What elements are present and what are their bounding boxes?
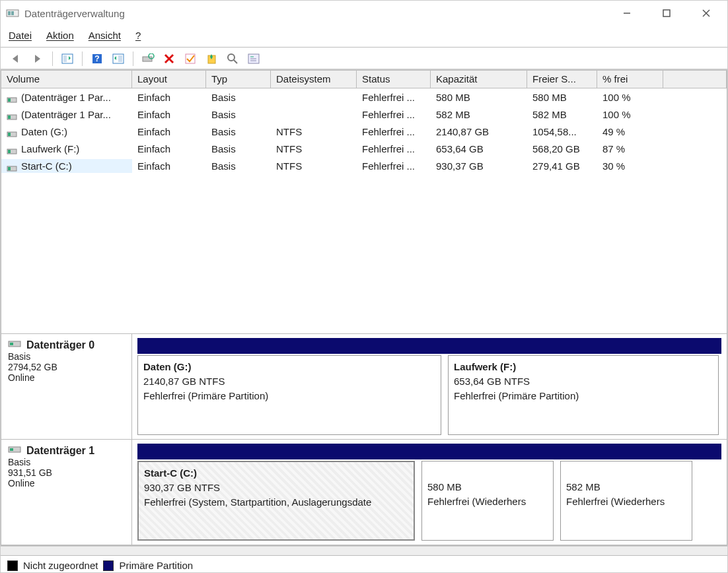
svg-marker-8: [35, 55, 40, 63]
volume-icon: [7, 163, 18, 171]
partition-box[interactable]: Start-C (C:)930,37 GB NTFSFehlerfrei (Sy…: [137, 461, 415, 541]
volume-type: Basis: [206, 142, 271, 156]
disk-title: Datenträger 0: [26, 339, 94, 351]
disk-info-panel[interactable]: Datenträger 0Basis2794,52 GBOnline: [1, 334, 132, 439]
col-filesystem[interactable]: Dateisystem: [271, 71, 357, 88]
volume-status: Fehlerfrei ...: [357, 125, 431, 139]
close-button[interactable]: [696, 5, 717, 21]
volume-status: Fehlerfrei ...: [357, 90, 431, 104]
menu-help[interactable]: ?: [135, 30, 141, 41]
svg-line-25: [234, 60, 237, 63]
partition-boxes: Daten (G:)2140,87 GB NTFSFehlerfrei (Pri…: [137, 355, 721, 435]
partition-box[interactable]: 580 MBFehlerfrei (Wiederhers: [421, 461, 554, 541]
menu-action[interactable]: Aktion: [46, 30, 74, 41]
volume-pctfree: 87 %: [597, 142, 663, 156]
volume-pctfree: 30 %: [597, 159, 663, 173]
volume-row[interactable]: Daten (G:)EinfachBasisNTFSFehlerfrei ...…: [1, 123, 727, 140]
disk-partition-area: Daten (G:)2140,87 GB NTFSFehlerfrei (Pri…: [132, 334, 727, 439]
partition-status: Fehlerfrei (Primäre Partition): [454, 389, 713, 403]
properties-button[interactable]: [244, 50, 263, 67]
app-icon: [6, 7, 19, 19]
menu-view[interactable]: Ansicht: [89, 30, 121, 41]
volume-icon: [7, 94, 18, 102]
legend: Nicht zugeordnet Primäre Partition: [1, 555, 727, 573]
col-layout[interactable]: Layout: [132, 71, 206, 88]
volume-name: Daten (G:): [21, 126, 67, 137]
delete-button[interactable]: [160, 50, 178, 67]
col-type[interactable]: Typ: [206, 71, 271, 88]
refresh-button[interactable]: [139, 50, 157, 67]
maximize-button[interactable]: [656, 5, 677, 21]
partition-box[interactable]: Laufwerk (F:)653,64 GB NTFSFehlerfrei (P…: [448, 355, 719, 435]
col-volume[interactable]: Volume: [1, 71, 132, 88]
volume-row[interactable]: (Datenträger 1 Par...EinfachBasisFehlerf…: [1, 88, 727, 106]
volume-pctfree: 100 %: [597, 108, 663, 121]
volume-name: Start-C (C:): [21, 160, 72, 172]
disk-info-panel[interactable]: Datenträger 1Basis931,51 GBOnline: [1, 440, 132, 545]
minimize-button[interactable]: [616, 5, 637, 21]
col-capacity[interactable]: Kapazität: [431, 71, 527, 88]
partition-box[interactable]: Daten (G:)2140,87 GB NTFSFehlerfrei (Pri…: [137, 355, 441, 435]
help-button[interactable]: ?: [88, 50, 106, 67]
partition-boxes: Start-C (C:)930,37 GB NTFSFehlerfrei (Sy…: [137, 461, 721, 541]
partition-status: Fehlerfrei (System, Startpartition, Ausl…: [144, 495, 408, 510]
volume-row[interactable]: (Datenträger 1 Par...EinfachBasisFehlerf…: [1, 106, 727, 123]
svg-text:?: ?: [94, 54, 99, 63]
legend-unallocated-label: Nicht zugeordnet: [23, 560, 98, 571]
volume-capacity: 653,64 GB: [431, 142, 527, 156]
col-status[interactable]: Status: [357, 71, 431, 88]
show-list-button[interactable]: [109, 50, 127, 67]
svg-point-24: [228, 54, 235, 61]
volume-fs: NTFS: [271, 159, 357, 173]
disk-size: 2794,52 GB: [8, 362, 125, 372]
partition-status: Fehlerfrei (Wiederhers: [566, 494, 686, 509]
new-button[interactable]: [202, 50, 221, 67]
volume-row[interactable]: Laufwerk (F:)EinfachBasisNTFSFehlerfrei …: [1, 140, 727, 157]
volume-icon: [7, 129, 18, 137]
svg-rect-1: [8, 11, 11, 15]
menu-file[interactable]: Datei: [9, 30, 32, 41]
partition-size: 582 MB: [566, 480, 686, 494]
volume-icon: [7, 112, 18, 119]
volume-row[interactable]: Start-C (C:)EinfachBasisNTFSFehlerfrei .…: [1, 157, 727, 174]
apply-button[interactable]: [181, 50, 200, 67]
disk-size: 931,51 GB: [8, 467, 125, 478]
forward-button[interactable]: [28, 50, 47, 67]
svg-marker-15: [114, 56, 116, 60]
search-button[interactable]: [223, 50, 242, 67]
disk-icon: [8, 339, 22, 351]
svg-rect-2: [11, 11, 14, 15]
volume-capacity: 2140,87 GB: [431, 125, 527, 139]
volume-capacity: 930,37 GB: [431, 159, 527, 173]
disk-kind: Basis: [8, 457, 125, 467]
svg-marker-11: [69, 56, 71, 60]
svg-rect-16: [118, 55, 122, 62]
partition-size: 930,37 GB NTFS: [144, 481, 408, 495]
volume-status: Fehlerfrei ...: [357, 159, 431, 173]
toolbar-sep: [82, 51, 83, 66]
volume-type: Basis: [206, 90, 271, 104]
show-hide-tree-button[interactable]: [58, 50, 77, 67]
legend-primary-swatch: [103, 560, 114, 571]
disk-state: Online: [8, 478, 125, 489]
partition-size: 2140,87 GB NTFS: [143, 374, 435, 389]
disk-partition-area: Start-C (C:)930,37 GB NTFSFehlerfrei (Sy…: [132, 440, 727, 545]
volume-capacity: 580 MB: [431, 90, 527, 104]
grid-header: Volume Layout Typ Dateisystem Status Kap…: [1, 70, 727, 88]
partition-title: Daten (G:): [143, 360, 435, 374]
volume-name: Laufwerk (F:): [21, 143, 79, 154]
volume-status: Fehlerfrei ...: [357, 108, 431, 121]
col-free[interactable]: Freier S...: [527, 71, 597, 88]
col-pctfree[interactable]: % frei: [597, 71, 663, 88]
volume-icon: [7, 146, 18, 154]
partition-title: Laufwerk (F:): [454, 360, 713, 374]
legend-unallocated-swatch: [7, 560, 18, 571]
partition-box[interactable]: 582 MBFehlerfrei (Wiederhers: [560, 461, 692, 541]
volume-fs: NTFS: [271, 125, 357, 139]
partition-size: 653,64 GB NTFS: [454, 374, 713, 389]
svg-rect-4: [663, 10, 670, 17]
volume-free: 279,41 GB: [527, 159, 597, 173]
back-button[interactable]: [7, 50, 26, 67]
svg-rect-41: [10, 343, 13, 345]
horizontal-scrollbar[interactable]: [1, 546, 727, 555]
